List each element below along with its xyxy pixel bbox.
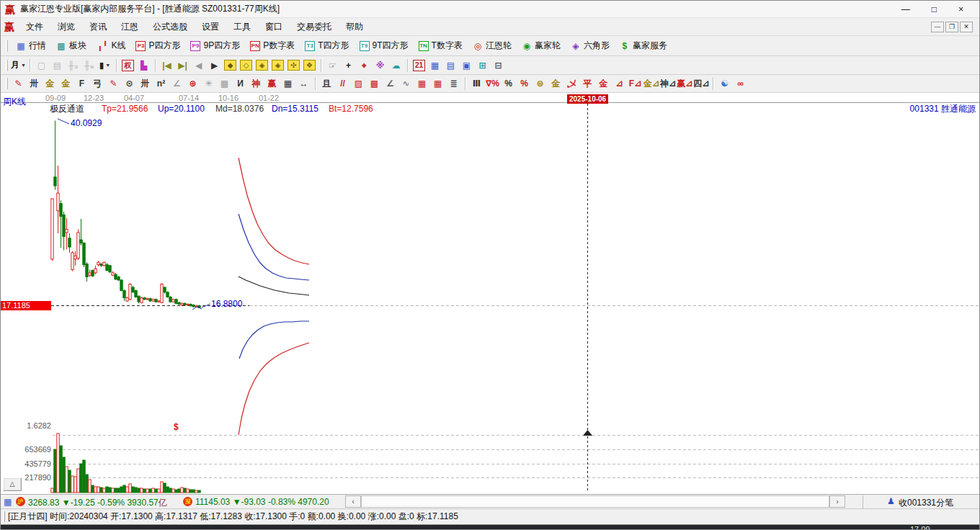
- gold-angle-icon[interactable]: 金⊿: [643, 76, 659, 91]
- menu-item-file[interactable]: 文件: [19, 19, 50, 35]
- indicator-chart-icon[interactable]: ▙: [136, 58, 151, 73]
- zoom-step-right-icon[interactable]: ◇: [240, 60, 252, 71]
- t-number-table-button[interactable]: TNT数字表: [414, 38, 467, 53]
- ray-box-icon[interactable]: ▨: [351, 76, 366, 91]
- save-disk-icon[interactable]: ▣: [459, 58, 474, 73]
- zoom-step-left-icon[interactable]: ◆: [224, 60, 236, 71]
- candle-style-icon[interactable]: ▮▼: [97, 58, 112, 73]
- p9-square-button[interactable]: P99P四方形: [186, 38, 244, 53]
- red-brush-icon[interactable]: ✎: [106, 76, 121, 91]
- shanghai-index-icon[interactable]: 沪: [16, 497, 25, 506]
- shen-grid-icon[interactable]: 神: [249, 76, 264, 91]
- bow-tool-icon[interactable]: 弓: [90, 76, 105, 91]
- probe-tool-icon[interactable]: ⌖: [357, 58, 372, 73]
- price-grid-icon[interactable]: 卅: [27, 76, 42, 91]
- mark-tool-icon[interactable]: ※: [373, 58, 388, 73]
- tick-chart-icon[interactable]: ♟: [887, 496, 895, 506]
- menu-item-formula-stock-pick[interactable]: 公式选股: [146, 19, 195, 35]
- gann-wheel-button[interactable]: ◎江恩轮: [468, 38, 516, 53]
- shenzhen-index-quote[interactable]: 11145.03 ▼-93.03 -0.83% 4970.20: [195, 497, 329, 507]
- menu-item-settings[interactable]: 设置: [195, 19, 226, 35]
- percent-icon[interactable]: %: [501, 76, 516, 91]
- four-angle-icon[interactable]: 四⊿: [693, 76, 709, 91]
- fib-grid-icon[interactable]: F: [74, 76, 89, 91]
- shenzhen-index-icon[interactable]: 深: [183, 497, 192, 506]
- n-square-icon[interactable]: n²: [153, 76, 169, 91]
- p-square-button[interactable]: P3P四方形: [131, 38, 184, 53]
- region-tool-icon[interactable]: ▢: [34, 58, 49, 73]
- scrollbar-track[interactable]: [361, 495, 829, 508]
- calculator-icon[interactable]: ▦: [427, 58, 442, 73]
- gold-coin-icon[interactable]: ⊜: [533, 76, 548, 91]
- t-square-button[interactable]: T3T四方形: [300, 38, 353, 53]
- win-grid-icon[interactable]: 赢: [264, 76, 280, 91]
- winner-service-button[interactable]: $赢家服务: [615, 38, 672, 53]
- hexagon-button[interactable]: ◈六角形: [566, 38, 614, 53]
- f-angle-icon[interactable]: F⊿: [628, 76, 643, 91]
- web-grid-icon[interactable]: ▦: [217, 76, 232, 91]
- value-columns-icon[interactable]: Ⅲ: [469, 76, 484, 91]
- angle-pen-icon[interactable]: ∠: [383, 76, 398, 91]
- prev-page-icon[interactable]: ◀: [191, 58, 206, 73]
- menu-item-news[interactable]: 资讯: [82, 19, 114, 35]
- width-measure-icon[interactable]: ↔: [296, 76, 311, 91]
- hand-drag-icon[interactable]: ☞: [325, 58, 340, 73]
- mdi-minimize-button[interactable]: —: [931, 22, 944, 32]
- period-selector-icon[interactable]: 月▼: [11, 58, 26, 73]
- scrollbar-left-button[interactable]: ‹: [345, 495, 361, 508]
- mdi-close-button[interactable]: ✕: [960, 22, 973, 32]
- spider-web-icon[interactable]: ✳: [201, 76, 216, 91]
- next-page-icon[interactable]: ▶: [207, 58, 222, 73]
- menu-item-window[interactable]: 窗口: [258, 19, 290, 35]
- close-button[interactable]: ×: [958, 4, 963, 14]
- report-view-icon[interactable]: ▤: [50, 58, 65, 73]
- menu-item-browse[interactable]: 浏览: [50, 19, 82, 35]
- price-grid-b-icon[interactable]: 卅: [138, 76, 153, 91]
- quote-grid-icon[interactable]: ▦: [4, 497, 12, 507]
- restore-zoom-icon[interactable]: ✥: [303, 60, 316, 71]
- tick-chart-label[interactable]: 收001331分笔: [899, 497, 953, 509]
- gold-grid-a-icon[interactable]: 金: [43, 76, 58, 91]
- net-box-icon[interactable]: ▩: [367, 76, 382, 91]
- toolbar-grip[interactable]: [6, 78, 8, 89]
- taiji-icon[interactable]: ☯: [717, 76, 732, 91]
- flat-lines-icon[interactable]: 平: [580, 76, 595, 91]
- shanghai-index-quote[interactable]: 3268.83 ▼-19.25 -0.59% 3930.57亿: [28, 497, 167, 509]
- red-grid-b-icon[interactable]: ▦: [430, 76, 445, 91]
- adjust-rights-icon[interactable]: 权: [122, 60, 134, 71]
- p-number-table-button[interactable]: PNP数字表: [246, 38, 299, 53]
- chart-area[interactable]: 周K线 09-0912-2304-0707-1410-1601-22 极反通道 …: [1, 93, 979, 495]
- minor-cycle-3-icon[interactable]: ╫₃: [66, 58, 81, 73]
- zigzag-icon[interactable]: ∿: [398, 76, 414, 91]
- minor-cycle-9-icon[interactable]: ╫₉: [81, 58, 97, 73]
- gann-center-icon[interactable]: ⊕: [185, 76, 200, 91]
- toolbar-grip[interactable]: [6, 60, 8, 71]
- pct-triangle-icon[interactable]: ∇%: [485, 76, 500, 91]
- first-page-icon[interactable]: |◀: [159, 58, 174, 73]
- crosshair-tool-icon[interactable]: +: [341, 58, 356, 73]
- count-ruler-icon[interactable]: ▦: [280, 76, 295, 91]
- infinity-icon[interactable]: ∞: [733, 76, 748, 91]
- gold-grid-b-icon[interactable]: 金: [58, 76, 74, 91]
- quotes-button[interactable]: ▦行情: [12, 38, 50, 53]
- red-grid-a-icon[interactable]: ▦: [414, 76, 429, 91]
- draw-pen-icon[interactable]: ✎: [11, 76, 26, 91]
- time-cycle-icon[interactable]: ⊙: [122, 76, 137, 91]
- menu-item-trade-order[interactable]: 交易委托: [290, 19, 339, 35]
- shen-angle-icon[interactable]: 神⊿: [660, 76, 676, 91]
- gold-red-icon[interactable]: 金: [596, 76, 611, 91]
- maximize-button[interactable]: □: [932, 4, 937, 14]
- winner-wheel-button[interactable]: ◉赢家轮: [517, 38, 565, 53]
- cloud-tool-icon[interactable]: ☁: [388, 58, 404, 73]
- ray-fan-icon[interactable]: //: [335, 76, 350, 91]
- scrollbar-right-button[interactable]: ›: [829, 495, 845, 508]
- sectors-button[interactable]: ▩板块: [52, 38, 91, 53]
- toolbar-grip[interactable]: [6, 40, 8, 52]
- calendar-icon[interactable]: 21: [413, 60, 425, 71]
- last-page-icon[interactable]: ▶|: [175, 58, 190, 73]
- mdi-restore-button[interactable]: ❐: [945, 22, 958, 32]
- ladder-panel-icon[interactable]: 且: [319, 76, 334, 91]
- v-angle-icon[interactable]: И: [233, 76, 248, 91]
- gold-level-icon[interactable]: 金: [548, 76, 564, 91]
- collapse-pane-button[interactable]: △: [3, 477, 22, 491]
